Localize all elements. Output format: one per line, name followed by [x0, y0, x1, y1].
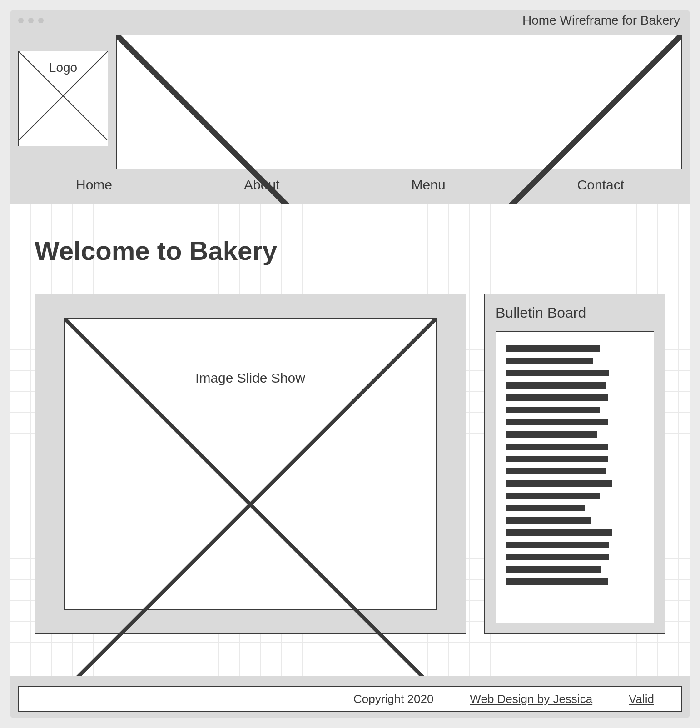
bulletin-text-line [506, 431, 597, 438]
banner-placeholder [116, 35, 682, 169]
nav-home[interactable]: Home [76, 177, 112, 193]
bulletin-text-line [506, 554, 609, 560]
slideshow-label: Image Slide Show [65, 370, 436, 386]
bulletin-text-line [506, 382, 606, 389]
bulletin-text-line [506, 394, 608, 401]
bulletin-text-line [506, 566, 601, 573]
page-heading: Welcome to Bakery [35, 235, 665, 266]
window-dot-icon[interactable] [38, 18, 44, 23]
logo-label: Logo [19, 60, 108, 75]
page-content: Welcome to Bakery Image Slide Show Bulle… [10, 204, 690, 676]
window-controls [18, 18, 44, 23]
bulletin-text-line [506, 505, 585, 511]
header: Logo [10, 31, 690, 169]
bulletin-text-line [506, 407, 600, 413]
titlebar: Home Wireframe for Bakery [10, 10, 690, 31]
bulletin-text-line [506, 542, 609, 548]
bulletin-text-line [506, 480, 612, 487]
window-dot-icon[interactable] [28, 18, 34, 23]
bulletin-text-line [506, 517, 591, 524]
content-columns: Image Slide Show Bulletin Board [35, 294, 665, 634]
bulletin-text-line [506, 456, 608, 462]
bulletin-panel: Bulletin Board [484, 294, 665, 634]
window-title: Home Wireframe for Bakery [522, 13, 680, 28]
footer-design-link[interactable]: Web Design by Jessica [470, 692, 592, 706]
footer: Copyright 2020 Web Design by Jessica Val… [18, 686, 682, 712]
bulletin-text-line [506, 370, 609, 376]
bulletin-text-line [506, 578, 608, 585]
bulletin-text-line [506, 345, 600, 352]
slideshow-placeholder: Image Slide Show [64, 318, 437, 610]
bulletin-text-line [506, 419, 608, 425]
logo-placeholder: Logo [18, 51, 108, 146]
bulletin-text-line [506, 358, 593, 364]
footer-valid-link[interactable]: Valid [629, 692, 654, 706]
bulletin-body [496, 331, 654, 623]
window-dot-icon[interactable] [18, 18, 24, 23]
bulletin-text-line [506, 493, 600, 499]
bulletin-text-line [506, 468, 606, 474]
bulletin-text-line [506, 444, 608, 450]
browser-window: Home Wireframe for Bakery Logo Home Abou… [10, 10, 690, 718]
slideshow-panel: Image Slide Show [35, 294, 466, 634]
bulletin-text-line [506, 529, 612, 536]
bulletin-title: Bulletin Board [496, 304, 654, 321]
footer-copyright: Copyright 2020 [353, 692, 433, 706]
